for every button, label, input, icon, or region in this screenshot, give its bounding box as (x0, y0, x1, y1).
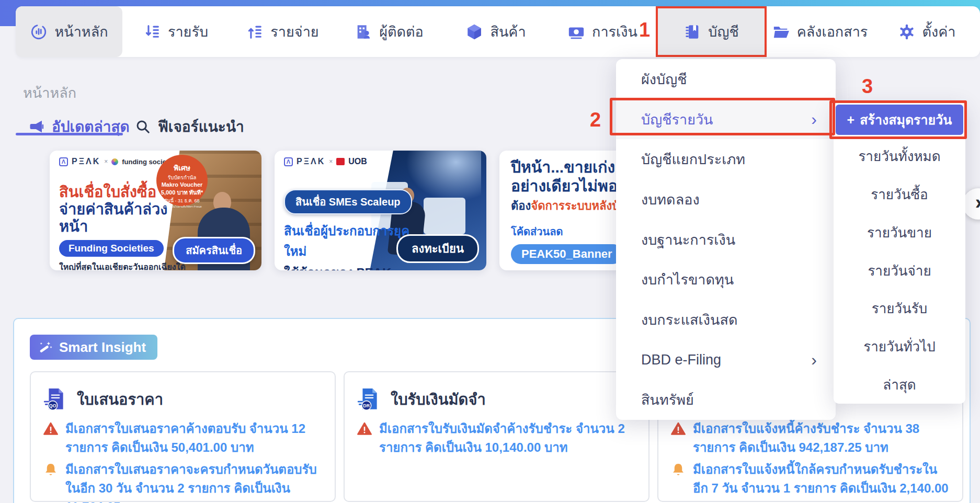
partner-logo-text: UOB (348, 157, 367, 166)
menu-item-chart-of-accounts[interactable]: ผังบัญชี (616, 59, 836, 99)
banner-funding-societies[interactable]: Λ PΞΛK × funding societies สินเชื่อใบสั่… (50, 151, 261, 270)
documents-icon (772, 23, 790, 41)
home-chart-icon (30, 23, 48, 41)
nav-item-income[interactable]: รายรับ (122, 6, 229, 57)
app-screen: หน้าหลัก รายรับ รายจ่าย ผู้ติดต่อ สินค้า (0, 0, 980, 503)
alert-text: มีเอกสารใบแจ้งหนี้ใกล้ครบกำหนดรับชำระในอ… (693, 460, 950, 503)
tab-recommended-features[interactable]: ฟีเจอร์แนะนำ (135, 115, 244, 138)
bell-icon (671, 462, 686, 477)
active-tab-underline (16, 133, 123, 135)
svg-text:DR: DR (363, 403, 370, 408)
alert-text: มีเอกสารใบแจ้งหนี้ค้างรับชำระ จำนวน 38 ร… (693, 419, 950, 457)
finance-icon (567, 23, 585, 41)
alert-row: มีเอกสารใบเสนอราคาค้างตอบรับ จำนวน 12 รา… (43, 419, 322, 457)
nav-item-contacts[interactable]: ผู้ติดต่อ (336, 6, 442, 57)
apply-loan-button[interactable]: สมัครสินเชื่อ (173, 237, 255, 264)
nav-label: การเงิน (592, 20, 637, 43)
register-button[interactable]: ลงทะเบียน (396, 234, 479, 263)
contacts-icon (355, 23, 372, 41)
menu-item-dbd-efiling[interactable]: DBD e-Filing › (616, 340, 836, 380)
promo-badge: พิเศษ รับบัตรกำนัล Makro Voucher 5,000 บ… (156, 155, 208, 206)
warning-icon (357, 421, 372, 436)
nav-label: รายรับ (168, 20, 208, 43)
submenu-item-all-journals[interactable]: รายวันทั้งหมด (834, 137, 965, 175)
submenu-item-latest[interactable]: ล่าสุด (834, 365, 965, 404)
funding-societies-logo-icon (111, 158, 118, 165)
banner-uob-sme[interactable]: Λ PΞΛK × UOB สินเชื่อ SMEs Scaleup สินเช… (275, 151, 486, 270)
menu-item-general-ledger[interactable]: บัญชีแยกประเภท (616, 139, 836, 179)
alert-row: มีเอกสารใบรับเงินมัดจำค้างรับชำระ จำนวน … (357, 419, 636, 457)
search-icon (135, 119, 151, 134)
annotation-box-2 (610, 98, 835, 135)
submenu-item-sales-journal[interactable]: รายวันขาย (834, 213, 965, 251)
banner-pill: สินเชื่อ SMEs Scaleup (284, 189, 412, 214)
nav-label: บัญชี (708, 20, 738, 43)
annotation-box-3 (829, 100, 967, 139)
submenu-item-payment-journal[interactable]: รายวันจ่าย (834, 251, 965, 290)
menu-item-assets[interactable]: สินทรัพย์ (616, 380, 836, 420)
income-icon (143, 23, 161, 41)
menu-item-financial-position[interactable]: งบฐานะการเงิน (616, 220, 836, 260)
warning-icon (671, 421, 686, 436)
nav-item-expense[interactable]: รายจ่าย (229, 6, 336, 57)
megaphone-icon (29, 119, 44, 134)
banner-pill: Funding Societies (59, 240, 164, 257)
nav-label: สินค้า (490, 20, 526, 43)
expense-icon (246, 23, 264, 41)
nav-item-documents[interactable]: คลังเอกสาร (767, 6, 873, 57)
annotation-step-3: 3 (862, 75, 873, 98)
card-title: ใบเสนอราคา (77, 387, 163, 411)
banner-title: ใช้ข้อมูลของ PEAK (284, 262, 420, 270)
card-header: DR ใบรับเงินมัดจำ (357, 386, 636, 413)
product-icon (465, 23, 483, 41)
peak-logo-icon: Λ (284, 157, 293, 166)
annotation-step-1: 1 (639, 19, 650, 41)
tab-label: ฟีเจอร์แนะนำ (158, 115, 244, 138)
nav-label: รายจ่าย (270, 20, 318, 43)
alert-row: มีเอกสารใบแจ้งหนี้ค้างรับชำระ จำนวน 38 ร… (671, 419, 950, 457)
card-title: ใบรับเงินมัดจำ (391, 387, 486, 411)
menu-item-profit-loss[interactable]: งบกำไรขาดทุน (616, 259, 836, 300)
floating-chart-card (424, 198, 465, 234)
nav-label: หน้าหลัก (54, 20, 108, 43)
menu-item-cash-flow[interactable]: งบกระแสเงินสด (616, 300, 836, 340)
daily-journal-submenu: + สร้างสมุดรายวัน รายวันทั้งหมด รายวันซื… (834, 102, 965, 404)
main-navbar: หน้าหลัก รายรับ รายจ่าย ผู้ติดต่อ สินค้า (16, 6, 980, 57)
peak-logo-icon: Λ (59, 157, 68, 166)
nav-item-settings[interactable]: ตั้งค่า (873, 6, 980, 57)
alert-text: มีเอกสารใบเสนอราคาค้างตอบรับ จำนวน 12 รา… (65, 419, 322, 457)
bell-icon (43, 462, 58, 477)
annotation-step-2: 2 (590, 109, 601, 131)
submenu-item-receipt-journal[interactable]: รายวันรับ (834, 289, 965, 327)
svg-text:QO: QO (49, 403, 56, 408)
peak-logo-text: PΞΛK (72, 157, 100, 166)
insight-card-deposit-receipt[interactable]: DR ใบรับเงินมัดจำ มีเอกสารใบรับเงินมัดจำ… (344, 371, 649, 502)
uob-logo-icon (336, 158, 345, 165)
alert-text: มีเอกสารใบเสนอราคาจะครบกำหนดวันตอบรับในอ… (65, 460, 322, 503)
discount-code-pill: PEAK50_Banner (511, 244, 623, 264)
warning-icon (43, 421, 58, 436)
magic-wand-icon (38, 340, 53, 355)
nav-item-accounting[interactable]: บัญชี (656, 6, 767, 57)
alert-row: มีเอกสารใบเสนอราคาจะครบกำหนดวันตอบรับในอ… (43, 460, 322, 503)
nav-item-home[interactable]: หน้าหลัก (16, 6, 122, 57)
alert-text: มีเอกสารใบรับเงินมัดจำค้างรับชำระ จำนวน … (379, 419, 636, 457)
insight-card-quotation[interactable]: QO ใบเสนอราคา มีเอกสารใบเสนอราคาค้างตอบร… (30, 371, 336, 502)
alert-row: มีเอกสารใบแจ้งหนี้ใกล้ครบกำหนดรับชำระในอ… (671, 460, 950, 503)
logo-separator: × (104, 158, 108, 165)
nav-label: ผู้ติดต่อ (379, 20, 424, 43)
deposit-doc-icon: DR (357, 387, 381, 411)
nav-item-products[interactable]: สินค้า (442, 6, 549, 57)
logo-separator: × (329, 158, 333, 165)
banner-subtitle: ใหญ่ที่สุดในเอเชียตะวันออกเฉียงใต้ (59, 260, 190, 270)
smart-insight-label: Smart Insight (59, 339, 146, 356)
submenu-item-general-journal[interactable]: รายวันทั่วไป (834, 327, 965, 365)
card-header: QO ใบเสนอราคา (43, 386, 322, 413)
nav-label: ตั้งค่า (922, 20, 956, 43)
submenu-item-purchase-journal[interactable]: รายวันซื้อ (834, 175, 965, 213)
quotation-doc-icon: QO (43, 387, 67, 411)
menu-item-trial-balance[interactable]: งบทดลอง (616, 179, 836, 220)
settings-icon (898, 23, 916, 41)
smart-insight-badge: Smart Insight (30, 335, 157, 360)
chevron-right-icon: › (811, 350, 817, 370)
